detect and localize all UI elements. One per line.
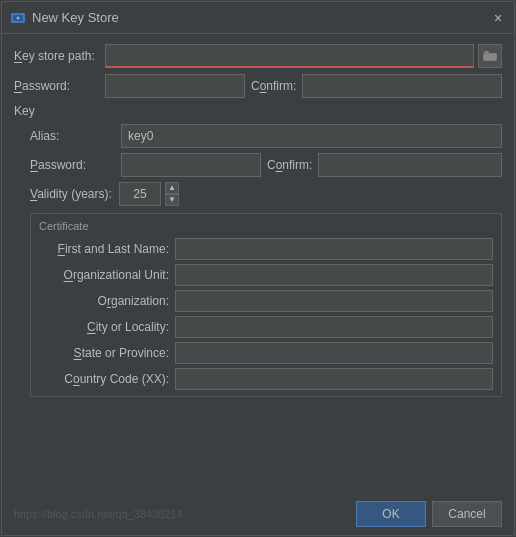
keystore-path-label: Key store path:: [14, 49, 99, 63]
dialog-title: New Key Store: [32, 10, 490, 25]
alias-row: Alias:: [30, 124, 502, 148]
cert-state-input[interactable]: [175, 342, 493, 364]
title-bar: New Key Store ×: [2, 2, 514, 34]
validity-decrement[interactable]: ▼: [165, 194, 179, 206]
browse-button[interactable]: [478, 44, 502, 68]
cert-row-state: State or Province:: [39, 342, 493, 364]
svg-point-2: [17, 16, 20, 19]
cert-city-label: City or Locality:: [39, 320, 169, 334]
cert-country-label: Country Code (XX):: [39, 372, 169, 386]
keystore-path-input[interactable]: [105, 44, 474, 68]
cert-city-input[interactable]: [175, 316, 493, 338]
cert-org-unit-input[interactable]: [175, 264, 493, 286]
confirm-label: Confirm:: [251, 79, 296, 93]
validity-row: Validity (years): ▲ ▼: [30, 182, 502, 206]
cert-country-input[interactable]: [175, 368, 493, 390]
certificate-group: Certificate First and Last Name: Organiz…: [30, 213, 502, 397]
dialog-icon: [10, 10, 26, 26]
key-password-row: Password: Confirm:: [30, 153, 502, 177]
keystore-path-row: Key store path:: [14, 44, 502, 68]
cert-state-label: State or Province:: [39, 346, 169, 360]
cert-name-label: First and Last Name:: [39, 242, 169, 256]
dialog-body: Key store path: Password: Confirm:: [2, 34, 514, 493]
cert-org-label: Organization:: [39, 294, 169, 308]
key-section-label: Key: [14, 104, 502, 118]
validity-input[interactable]: [119, 182, 161, 206]
validity-spinner: ▲ ▼: [165, 182, 179, 206]
cancel-button[interactable]: Cancel: [432, 501, 502, 527]
password-input[interactable]: [105, 74, 245, 98]
cert-row-name: First and Last Name:: [39, 238, 493, 260]
validity-increment[interactable]: ▲: [165, 182, 179, 194]
alias-input[interactable]: [121, 124, 502, 148]
ok-button[interactable]: OK: [356, 501, 426, 527]
key-section: Alias: Password: Confirm: Validity (year…: [14, 124, 502, 397]
cert-row-city: City or Locality:: [39, 316, 493, 338]
cert-name-input[interactable]: [175, 238, 493, 260]
key-confirm-label: Confirm:: [267, 158, 312, 172]
cert-row-org: Organization:: [39, 290, 493, 312]
cert-org-input[interactable]: [175, 290, 493, 312]
validity-label: Validity (years):: [30, 187, 115, 201]
cert-org-unit-label: Organizational Unit:: [39, 268, 169, 282]
alias-label: Alias:: [30, 129, 115, 143]
cert-row-country: Country Code (XX):: [39, 368, 493, 390]
key-confirm-password-input[interactable]: [318, 153, 502, 177]
certificate-section-title: Certificate: [39, 220, 493, 232]
new-key-store-dialog: New Key Store × Key store path: P: [1, 1, 515, 536]
keystore-password-row: Password: Confirm:: [14, 74, 502, 98]
url-hint: https://blog.csdn.net/qq_38436214: [14, 508, 350, 520]
key-password-input[interactable]: [121, 153, 261, 177]
cert-row-org-unit: Organizational Unit:: [39, 264, 493, 286]
close-button[interactable]: ×: [490, 10, 506, 26]
confirm-password-input[interactable]: [302, 74, 502, 98]
dialog-footer: https://blog.csdn.net/qq_38436214 OK Can…: [2, 493, 514, 535]
svg-rect-4: [484, 51, 489, 54]
key-password-label: Password:: [30, 158, 115, 172]
password-label: Password:: [14, 79, 99, 93]
